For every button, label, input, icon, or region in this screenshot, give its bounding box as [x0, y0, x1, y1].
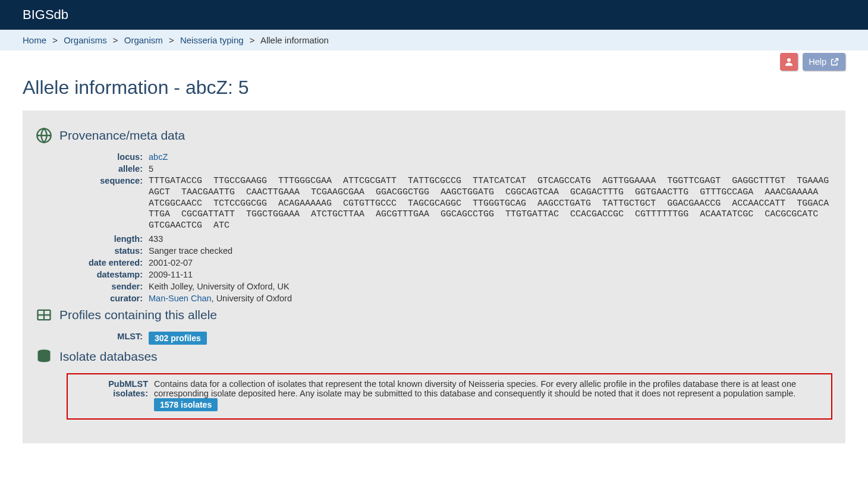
- sequence-value: TTTGATACCG TTGCCGAAGG TTTGGGCGAA ATTCGCG…: [149, 176, 832, 232]
- date-entered-value: 2001-02-07: [149, 258, 832, 267]
- status-label: status:: [36, 246, 149, 256]
- datestamp-value: 2009-11-11: [149, 270, 832, 279]
- table-icon: [36, 307, 52, 323]
- sender-label: sender:: [36, 282, 149, 291]
- breadcrumb-sep: >: [165, 35, 178, 45]
- pubmlst-desc-text: Contains data for a collection of isolat…: [154, 379, 796, 398]
- svg-point-0: [787, 58, 791, 62]
- sequence-label: sequence:: [36, 176, 149, 232]
- help-button[interactable]: Help: [803, 53, 845, 71]
- svg-rect-4: [45, 311, 49, 314]
- mlst-profiles-badge[interactable]: 302 profiles: [149, 332, 207, 345]
- app-header: BIGSdb: [0, 0, 868, 30]
- breadcrumb-organisms[interactable]: Organisms: [64, 35, 107, 45]
- profiles-heading: Profiles containing this allele: [36, 307, 832, 323]
- profiles-fields: MLST: 302 profiles: [36, 332, 832, 345]
- breadcrumb-sep: >: [246, 35, 259, 45]
- database-icon: [36, 348, 52, 365]
- main-panel: Provenance/meta data locus: abcZ allele:…: [23, 111, 845, 443]
- page-title: Allele information - abcZ: 5: [0, 71, 868, 111]
- svg-rect-3: [39, 311, 43, 314]
- breadcrumb-organism[interactable]: Organism: [124, 35, 163, 45]
- breadcrumb-current: Allele information: [260, 35, 329, 45]
- datestamp-label: datestamp:: [36, 270, 149, 279]
- mlst-label: MLST:: [36, 332, 149, 345]
- status-value: Sanger trace checked: [149, 246, 832, 256]
- allele-label: allele:: [36, 164, 149, 174]
- isolates-badge[interactable]: 1578 isolates: [154, 398, 218, 411]
- breadcrumb-home[interactable]: Home: [23, 35, 46, 45]
- date-entered-label: date entered:: [36, 258, 149, 267]
- breadcrumb-sep: >: [49, 35, 61, 45]
- provenance-heading: Provenance/meta data: [36, 127, 832, 144]
- length-label: length:: [36, 234, 149, 244]
- length-value: 433: [149, 234, 832, 244]
- curator-label: curator:: [36, 294, 149, 303]
- sender-value: Keith Jolley, University of Oxford, UK: [149, 282, 832, 291]
- curator-link[interactable]: Man-Suen Chan: [149, 294, 212, 303]
- pubmlst-desc: Contains data for a collection of isolat…: [154, 379, 825, 411]
- profiles-heading-text: Profiles containing this allele: [59, 308, 217, 322]
- breadcrumb: Home > Organisms > Organism > Neisseria …: [0, 30, 868, 51]
- isolates-fields: PubMLST isolates: Contains data for a co…: [74, 379, 825, 411]
- curator-suffix: , University of Oxford: [212, 294, 292, 303]
- breadcrumb-neisseria-typing[interactable]: Neisseria typing: [180, 35, 244, 45]
- allele-value: 5: [149, 164, 832, 174]
- svg-rect-5: [39, 316, 43, 319]
- breadcrumb-sep: >: [109, 35, 122, 45]
- user-icon: [784, 56, 794, 67]
- svg-rect-6: [45, 316, 49, 319]
- provenance-heading-text: Provenance/meta data: [59, 128, 185, 143]
- external-link-icon: [830, 57, 839, 67]
- provenance-fields: locus: abcZ allele: 5 sequence: TTTGATAC…: [36, 152, 832, 303]
- app-title: BIGSdb: [23, 7, 68, 22]
- help-label: Help: [809, 57, 826, 67]
- isolates-heading-text: Isolate databases: [59, 349, 158, 364]
- locus-label: locus:: [36, 152, 149, 162]
- top-controls: Help: [0, 51, 868, 71]
- globe-icon: [36, 127, 52, 144]
- pubmlst-label: PubMLST isolates:: [74, 379, 154, 411]
- isolates-heading: Isolate databases: [36, 348, 832, 365]
- user-button[interactable]: [780, 53, 798, 71]
- locus-value-link[interactable]: abcZ: [149, 152, 168, 162]
- curator-value: Man-Suen Chan, University of Oxford: [149, 294, 832, 303]
- isolates-highlight-box: PubMLST isolates: Contains data for a co…: [67, 373, 832, 420]
